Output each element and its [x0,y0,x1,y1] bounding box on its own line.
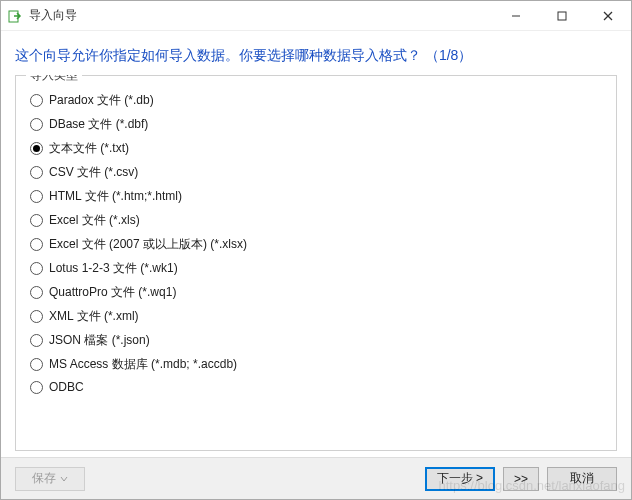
radio-label: 文本文件 (*.txt) [49,140,129,157]
radio-icon [30,286,43,299]
radio-label: JSON 檔案 (*.json) [49,332,150,349]
wizard-prompt: 这个向导允许你指定如何导入数据。你要选择哪种数据导入格式？ （1/8） [15,47,617,65]
radio-option[interactable]: ODBC [30,380,602,394]
radio-icon [30,358,43,371]
close-button[interactable] [585,1,631,31]
skip-forward-button[interactable]: >> [503,467,539,491]
dropdown-icon [60,472,68,486]
radio-icon [30,94,43,107]
radio-label: Paradox 文件 (*.db) [49,92,154,109]
save-button-label: 保存 [32,470,56,487]
radio-option[interactable]: Excel 文件 (2007 或以上版本) (*.xlsx) [30,236,602,253]
next-button[interactable]: 下一步 > [425,467,495,491]
radio-option[interactable]: JSON 檔案 (*.json) [30,332,602,349]
radio-option[interactable]: MS Access 数据库 (*.mdb; *.accdb) [30,356,602,373]
radio-option[interactable]: Paradox 文件 (*.db) [30,92,602,109]
svg-rect-2 [558,12,566,20]
wizard-content: 导入类型 Paradox 文件 (*.db)DBase 文件 (*.dbf)文本… [1,75,631,457]
radio-label: DBase 文件 (*.dbf) [49,116,148,133]
radio-icon [30,142,43,155]
cancel-button[interactable]: 取消 [547,467,617,491]
radio-icon [30,166,43,179]
radio-label: Lotus 1-2-3 文件 (*.wk1) [49,260,178,277]
radio-icon [30,214,43,227]
radio-option[interactable]: HTML 文件 (*.htm;*.html) [30,188,602,205]
wizard-window: 导入向导 这个向导允许你指定如何导入数据。你要选择哪种数据导入格式？ （1/8）… [0,0,632,500]
radio-list: Paradox 文件 (*.db)DBase 文件 (*.dbf)文本文件 (*… [30,92,602,394]
radio-label: HTML 文件 (*.htm;*.html) [49,188,182,205]
radio-label: MS Access 数据库 (*.mdb; *.accdb) [49,356,237,373]
radio-icon [30,190,43,203]
app-icon [7,8,23,24]
import-type-group: 导入类型 Paradox 文件 (*.db)DBase 文件 (*.dbf)文本… [15,75,617,451]
radio-icon [30,238,43,251]
radio-label: Excel 文件 (2007 或以上版本) (*.xlsx) [49,236,247,253]
radio-label: CSV 文件 (*.csv) [49,164,138,181]
radio-label: Excel 文件 (*.xls) [49,212,140,229]
save-button[interactable]: 保存 [15,467,85,491]
group-legend: 导入类型 [26,75,82,84]
titlebar: 导入向导 [1,1,631,31]
radio-option[interactable]: Lotus 1-2-3 文件 (*.wk1) [30,260,602,277]
radio-icon [30,118,43,131]
radio-option[interactable]: XML 文件 (*.xml) [30,308,602,325]
radio-icon [30,334,43,347]
minimize-button[interactable] [493,1,539,31]
radio-icon [30,310,43,323]
radio-icon [30,262,43,275]
radio-label: XML 文件 (*.xml) [49,308,139,325]
radio-option[interactable]: 文本文件 (*.txt) [30,140,602,157]
radio-option[interactable]: DBase 文件 (*.dbf) [30,116,602,133]
radio-option[interactable]: Excel 文件 (*.xls) [30,212,602,229]
radio-icon [30,381,43,394]
radio-option[interactable]: QuattroPro 文件 (*.wq1) [30,284,602,301]
wizard-footer: 保存 下一步 > >> 取消 [1,457,631,499]
maximize-button[interactable] [539,1,585,31]
radio-option[interactable]: CSV 文件 (*.csv) [30,164,602,181]
radio-label: QuattroPro 文件 (*.wq1) [49,284,176,301]
window-title: 导入向导 [29,7,77,24]
radio-label: ODBC [49,380,84,394]
wizard-header: 这个向导允许你指定如何导入数据。你要选择哪种数据导入格式？ （1/8） [1,31,631,75]
